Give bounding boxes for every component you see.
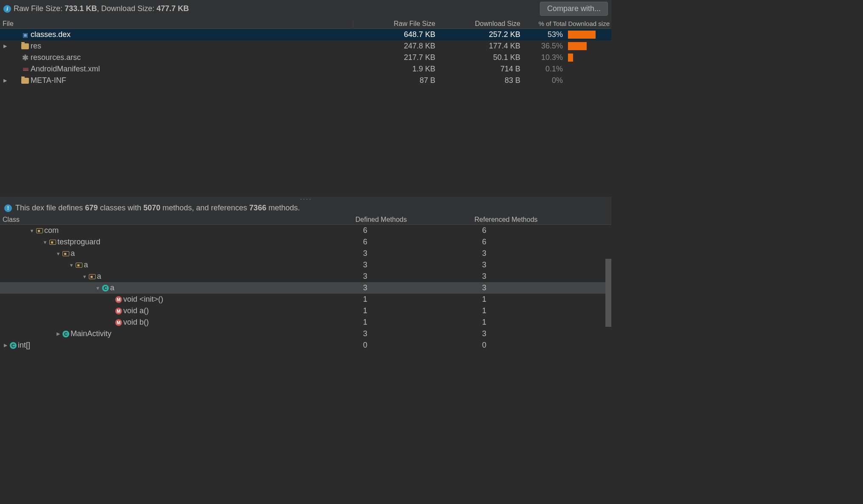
summary-bar: i Raw File Size: 733.1 KB, Download Size…: [0, 0, 611, 19]
col-defined-methods[interactable]: Defined Methods: [353, 216, 472, 224]
file-size-summary: i Raw File Size: 733.1 KB, Download Size…: [3, 4, 189, 13]
pct-bar-cell: [565, 54, 611, 62]
pct-bar: [568, 31, 596, 39]
pct-bar: [568, 54, 573, 62]
referenced-methods: 3: [472, 272, 591, 281]
package-icon: [89, 274, 96, 279]
class-row[interactable]: ▶C MainActivity33: [0, 328, 611, 340]
class-row[interactable]: ▼ a33: [0, 271, 611, 282]
tree-arrow-icon[interactable]: ▼: [29, 228, 35, 233]
class-row[interactable]: M void a()11: [0, 305, 611, 317]
method-icon: M: [115, 296, 122, 303]
expand-arrow-icon[interactable]: ▶: [3, 43, 8, 49]
class-row[interactable]: ▶C int[]00: [0, 340, 611, 351]
file-name: res: [31, 42, 41, 51]
col-download-size[interactable]: Download Size: [438, 20, 523, 28]
package-icon: [62, 251, 69, 256]
raw-file-size: 1.9 KB: [353, 65, 438, 74]
class-icon: C: [62, 331, 69, 337]
class-row[interactable]: ▼C a33: [0, 282, 611, 294]
col-referenced-methods[interactable]: Referenced Methods: [472, 216, 591, 224]
referenced-methods: 3: [472, 329, 591, 338]
pct-bar-cell: [565, 31, 611, 39]
download-size: 714 B: [438, 65, 523, 74]
pct-download: 0%: [523, 76, 565, 85]
tree-arrow-icon[interactable]: ▶: [3, 343, 9, 348]
tree-arrow-icon[interactable]: ▼: [82, 274, 88, 279]
dex-methods: 5070: [143, 204, 160, 212]
defined-methods: 0: [353, 341, 472, 350]
file-row[interactable]: ▶res247.8 KB177.4 KB36.5%: [0, 40, 611, 52]
class-row[interactable]: M void b()11: [0, 317, 611, 328]
referenced-methods: 1: [472, 306, 591, 315]
defined-methods: 3: [353, 249, 472, 258]
class-icon: C: [102, 285, 109, 292]
package-icon: [36, 228, 43, 233]
class-icon: C: [10, 342, 17, 349]
pct-download: 10.3%: [523, 53, 565, 62]
referenced-methods: 6: [472, 226, 591, 235]
file-row[interactable]: ▣classes.dex648.7 KB257.2 KB53%: [0, 29, 611, 40]
raw-file-size: 87 B: [353, 76, 438, 85]
manifest-file-icon: ≡≡: [21, 65, 29, 73]
defined-methods: 1: [353, 306, 472, 315]
file-name: AndroidManifest.xml: [31, 65, 100, 74]
class-name: testproguard: [57, 238, 100, 246]
expand-arrow-icon[interactable]: ▶: [3, 78, 8, 83]
class-row[interactable]: M void <init>()11: [0, 294, 611, 305]
pct-download: 53%: [523, 30, 565, 39]
download-size-label: , Download Size:: [97, 4, 156, 13]
tree-arrow-icon[interactable]: ▼: [95, 286, 101, 291]
dex-file-icon: ▣: [21, 31, 29, 39]
pct-download: 36.5%: [523, 42, 565, 51]
class-table[interactable]: ▼ com66▼ testproguard66▼ a33▼ a33▼ a33▼C…: [0, 225, 611, 351]
splitter-handle-icon: • • • •: [301, 197, 311, 201]
tree-arrow-icon[interactable]: ▶: [55, 331, 61, 337]
info-icon: i: [3, 5, 11, 13]
file-row[interactable]: ≡≡AndroidManifest.xml1.9 KB714 B0.1%: [0, 63, 611, 75]
defined-methods: 6: [353, 226, 472, 235]
defined-methods: 3: [353, 329, 472, 338]
download-size-value: 477.7 KB: [156, 4, 189, 13]
file-row[interactable]: ▶META-INF87 B83 B0%: [0, 75, 611, 86]
pct-bar-cell: [565, 65, 611, 73]
tree-arrow-icon[interactable]: ▼: [42, 240, 48, 245]
defined-methods: 6: [353, 238, 472, 246]
col-raw-size[interactable]: Raw File Size: [353, 20, 438, 28]
class-row[interactable]: ▼ a33: [0, 248, 611, 259]
file-table[interactable]: ▣classes.dex648.7 KB257.2 KB53%▶res247.8…: [0, 29, 611, 197]
class-name: void <init>(): [123, 295, 163, 304]
vertical-scrollbar[interactable]: [605, 259, 611, 327]
col-file[interactable]: File: [0, 20, 353, 28]
pct-bar: [568, 42, 587, 50]
class-row[interactable]: ▼ a33: [0, 259, 611, 271]
tree-arrow-icon[interactable]: ▼: [55, 251, 61, 256]
file-name: classes.dex: [31, 30, 71, 39]
tree-arrow-icon[interactable]: ▼: [68, 263, 74, 268]
pct-bar-cell: [565, 42, 611, 50]
defined-methods: 1: [353, 318, 472, 327]
download-size: 257.2 KB: [438, 30, 523, 39]
download-size: 83 B: [438, 76, 523, 85]
file-row[interactable]: ✱resources.arsc217.7 KB50.1 KB10.3%: [0, 52, 611, 63]
pct-download: 0.1%: [523, 65, 565, 74]
class-name: MainActivity: [71, 329, 111, 338]
horizontal-splitter[interactable]: • • • •: [0, 197, 611, 201]
col-pct-download[interactable]: % of Total Download size: [523, 20, 611, 28]
arsc-file-icon: ✱: [21, 54, 29, 62]
referenced-methods: 0: [472, 341, 591, 350]
class-name: a: [97, 272, 101, 281]
package-icon: [76, 263, 82, 268]
folder-icon: [21, 78, 29, 84]
method-icon: M: [115, 319, 122, 326]
file-table-header: File Raw File Size Download Size % of To…: [0, 19, 611, 29]
file-name: resources.arsc: [31, 53, 81, 62]
class-name: a: [71, 249, 75, 258]
col-class[interactable]: Class: [0, 216, 353, 224]
referenced-methods: 3: [472, 249, 591, 258]
class-name: a: [110, 283, 114, 292]
class-row[interactable]: ▼ testproguard66: [0, 236, 611, 248]
class-row[interactable]: ▼ com66: [0, 225, 611, 236]
defined-methods: 3: [353, 260, 472, 269]
compare-with-button[interactable]: Compare with...: [540, 2, 608, 16]
